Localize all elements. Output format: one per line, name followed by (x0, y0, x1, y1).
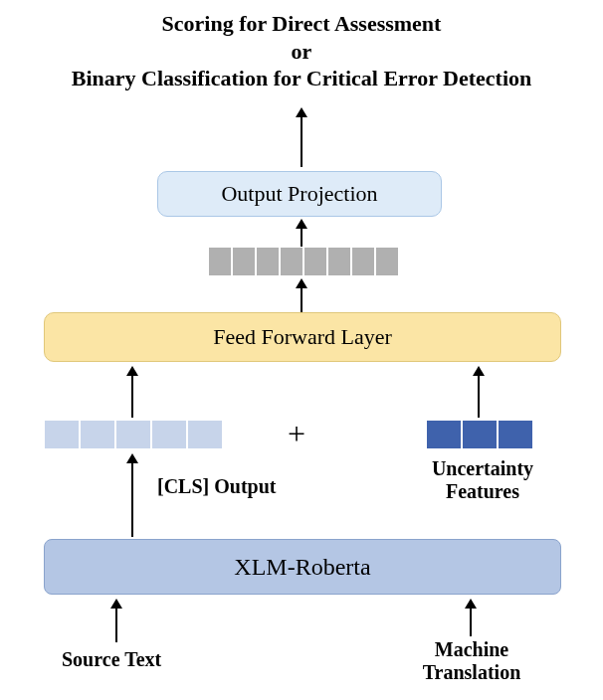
concat-plus: + (288, 416, 305, 452)
vec-cls-cell (151, 420, 187, 449)
mt-label-l1: Machine (435, 638, 508, 660)
vec-hidden-cell (351, 247, 375, 276)
vec-unc-cell (498, 420, 533, 449)
vec-hidden-cell (280, 247, 303, 276)
vec-unc-cell (462, 420, 498, 449)
vec-hidden-cell (208, 247, 232, 276)
svg-marker-13 (110, 599, 122, 609)
vec-hidden-cell (327, 247, 351, 276)
vec-hidden-cell (232, 247, 256, 276)
cls-output-label: [CLS] Output (157, 475, 276, 498)
source-text-label: Source Text (62, 648, 161, 671)
vec-hidden-cell (303, 247, 327, 276)
diagram-title: Scoring for Direct Assessment or Binary … (0, 10, 603, 92)
unc-label-l1: Uncertainty (432, 457, 533, 479)
uncertainty-features-label: Uncertainty Features (418, 457, 547, 503)
title-line-1: Scoring for Direct Assessment (0, 10, 603, 38)
output-projection-label: Output Projection (221, 181, 377, 207)
svg-marker-3 (296, 219, 307, 229)
svg-marker-9 (473, 366, 485, 376)
svg-marker-5 (296, 278, 307, 288)
architecture-diagram: Scoring for Direct Assessment or Binary … (0, 0, 603, 700)
svg-marker-11 (126, 453, 138, 463)
xlm-roberta-label: XLM-Roberta (234, 554, 370, 581)
feed-forward-box: Feed Forward Layer (44, 312, 561, 362)
vec-unc-cell (426, 420, 462, 449)
vec-cls-cell (80, 420, 115, 449)
machine-translation-label: Machine Translation (402, 638, 541, 684)
vec-hidden-cell (375, 247, 399, 276)
unc-label-l2: Features (446, 480, 519, 502)
feed-forward-label: Feed Forward Layer (213, 324, 392, 350)
svg-marker-1 (296, 107, 307, 117)
output-projection-box: Output Projection (157, 171, 442, 217)
hidden-vector (208, 247, 399, 276)
vec-cls-cell (187, 420, 223, 449)
vec-cls-cell (115, 420, 151, 449)
title-line-2: or (0, 38, 603, 66)
cls-output-vector (44, 420, 223, 449)
svg-marker-7 (126, 366, 138, 376)
vec-hidden-cell (256, 247, 280, 276)
xlm-roberta-box: XLM-Roberta (44, 539, 561, 595)
svg-marker-15 (465, 599, 477, 609)
vec-cls-cell (44, 420, 80, 449)
mt-label-l2: Translation (423, 661, 521, 683)
uncertainty-features-vector (426, 420, 533, 449)
title-line-3: Binary Classification for Critical Error… (0, 65, 603, 92)
